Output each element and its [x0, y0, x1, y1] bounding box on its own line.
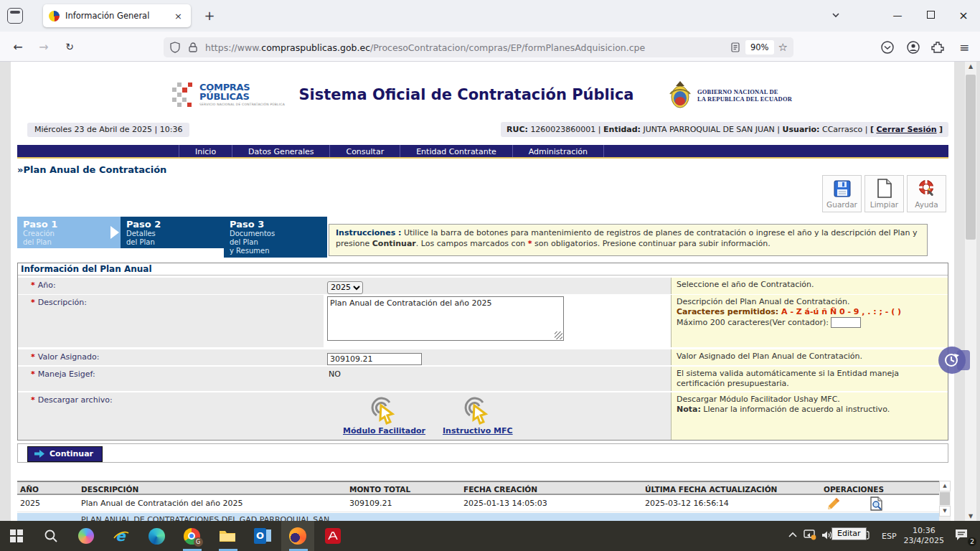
help-button[interactable]: Ayuda	[907, 175, 946, 212]
internet-explorer-icon: e	[113, 527, 130, 545]
descripcion-help-1: Descripción del Plan Anual de Contrataci…	[677, 297, 849, 306]
page-scrollbar[interactable]: ▲ ▼	[965, 62, 976, 521]
notification-icon	[954, 528, 969, 541]
continue-button[interactable]: Continuar	[27, 446, 103, 462]
table-scrollbar[interactable]: ▲ ▼	[939, 481, 951, 521]
nav-item-entidad-contratante[interactable]: Entidad Contratante	[400, 145, 513, 157]
taskbar-chrome-button[interactable]: G	[175, 521, 208, 551]
logout-link[interactable]: Cerrar Sesión	[876, 125, 936, 134]
taskbar-copilot-button[interactable]	[70, 521, 103, 551]
tray-clock[interactable]: 10:36 23/4/2025	[904, 526, 944, 546]
window-close-button[interactable]: ×	[950, 6, 977, 26]
back-button[interactable]: ←	[9, 38, 27, 57]
form-row-descripcion: *Descripción: Plan Anual de Contratación…	[18, 295, 948, 347]
edit-pencil-icon[interactable]	[826, 496, 841, 511]
help-lifebuoy-icon	[917, 179, 936, 198]
list-tabs-chevron-icon[interactable]	[831, 10, 841, 20]
table-row-partial[interactable]: PLAN ANUAL DE CONTRATACIONES DEL GAD PAR…	[17, 513, 939, 521]
gov-text-line2: LA REPUBLICA DEL ECUADOR	[697, 95, 792, 103]
taskbar-explorer-button[interactable]	[211, 521, 244, 551]
widget-clock-icon[interactable]	[938, 347, 966, 374]
wizard-steps: Paso 1 Creación del Plan Paso 2 Detalles…	[17, 217, 327, 258]
forward-button: →	[34, 38, 53, 57]
windows-logo-icon	[10, 529, 23, 542]
session-info-box: RUC: 1260023860001 | Entidad: JUNTA PARR…	[501, 122, 948, 137]
new-tab-button[interactable]: +	[201, 7, 218, 24]
esigef-value: NO	[327, 368, 671, 379]
modulo-facilitador-download[interactable]: Módulo Facilitador	[343, 397, 425, 435]
plan-anual-form: Información del Plan Anual *Año: 2025 Se…	[17, 263, 948, 441]
taskbar-firefox-button[interactable]	[281, 521, 314, 551]
zoom-level-indicator[interactable]: 90%	[745, 40, 774, 55]
instructivo-mfc-download[interactable]: Instructivo MFC	[443, 397, 513, 435]
bookmark-star-icon[interactable]: ☆	[778, 41, 788, 54]
descripcion-label: Descripción:	[38, 298, 87, 307]
scrollbar-thumb[interactable]	[940, 492, 950, 505]
search-icon	[44, 529, 58, 543]
outlook-icon: O	[254, 528, 271, 544]
save-button[interactable]: Guardar	[822, 175, 862, 212]
browser-toolbar: ← → ↻ https://www.compraspublicas.gob.ec…	[0, 32, 980, 62]
start-button[interactable]	[0, 521, 33, 551]
step-1-creacion: Paso 1 Creación del Plan	[17, 217, 121, 248]
textarea-resize-grip[interactable]	[555, 331, 562, 339]
view-document-icon[interactable]	[870, 496, 883, 511]
scroll-up-arrow-icon[interactable]: ▲	[939, 481, 951, 491]
edge-icon	[149, 528, 165, 545]
extensions-puzzle-icon[interactable]	[930, 39, 946, 55]
language-indicator[interactable]: ESP	[882, 532, 897, 541]
government-logo: GOBIERNO NACIONAL DE LA REPUBLICA DEL EC…	[667, 80, 792, 111]
scroll-down-arrow-icon[interactable]: ▼	[939, 506, 951, 517]
nav-item-administracion[interactable]: Administración	[513, 145, 604, 157]
chrome-open-indicator	[183, 549, 202, 551]
reload-button[interactable]: ↻	[60, 38, 79, 57]
taskbar-search-button[interactable]	[34, 521, 67, 551]
scrollbar-thumb[interactable]	[966, 75, 976, 240]
scroll-up-arrow-icon[interactable]: ▲	[965, 63, 976, 70]
save-floppy-icon	[833, 179, 852, 198]
descripcion-textarea[interactable]: Plan Anual de Contratación del año 2025	[327, 296, 564, 341]
nav-item-consultar[interactable]: Consultar	[330, 145, 400, 157]
url-text[interactable]: https://www.compraspublicas.gob.ec/Proce…	[205, 42, 730, 53]
window-maximize-button[interactable]	[917, 6, 944, 26]
year-select[interactable]: 2025	[327, 281, 363, 294]
copilot-icon	[78, 528, 94, 544]
site-title: Sistema Oficial de Contratación Pública	[244, 86, 689, 103]
address-bar[interactable]: https://www.compraspublicas.gob.ec/Proce…	[164, 37, 793, 57]
floating-session-widget[interactable]	[938, 346, 971, 376]
descargar-label: Descargar archivo:	[38, 395, 113, 405]
clear-button[interactable]: Limpiar	[864, 175, 904, 212]
record-action-bar: Guardar Limpiar Ayuda	[822, 175, 946, 212]
browser-tab[interactable]: Información General ×	[43, 4, 191, 27]
tray-expand-chevron-icon[interactable]	[784, 531, 801, 541]
reader-view-icon[interactable]	[730, 42, 741, 53]
valor-asignado-input[interactable]	[327, 353, 422, 365]
menu-hamburger-icon[interactable]: ≡	[956, 39, 972, 55]
taskbar-edge-button[interactable]	[140, 521, 173, 551]
firefox-view-icon[interactable]	[7, 8, 23, 24]
step-arrow-icon	[110, 226, 119, 239]
char-counter-input[interactable]	[831, 317, 861, 328]
tracking-shield-icon[interactable]	[169, 42, 181, 53]
tab-close-icon[interactable]: ×	[171, 11, 185, 22]
notification-center-button[interactable]: 2	[954, 528, 976, 544]
chars-permitted-value: A - Z á-ú ñ Ñ 0 - 9 , . : ; - ( )	[778, 307, 901, 316]
taskbar-outlook-button[interactable]: O	[246, 521, 279, 551]
scroll-down-arrow-icon[interactable]: ▼	[965, 513, 976, 519]
lock-icon[interactable]	[187, 42, 199, 53]
ano-help: Seleccione el año de Contratación.	[671, 278, 948, 294]
nav-item-inicio[interactable]: Inicio	[179, 145, 232, 157]
screen: Información General × + — × ← → ↻ https:…	[0, 0, 980, 551]
pocket-icon[interactable]	[880, 39, 895, 55]
taskbar-acrobat-button[interactable]	[316, 521, 349, 551]
taskbar-ie-button[interactable]: e	[105, 521, 138, 551]
window-minimize-button[interactable]: —	[884, 6, 911, 26]
notification-badge: 2	[967, 537, 977, 547]
tray-cast-icon[interactable]	[801, 529, 819, 542]
browser-tab-bar: Información General × + — ×	[0, 0, 980, 32]
main-navigation: Inicio Datos Generales Consultar Entidad…	[17, 145, 948, 159]
step-2-detalles: Paso 2 Detalles del Plan	[121, 217, 224, 248]
blank-page-icon	[876, 179, 893, 198]
nav-item-datos-generales[interactable]: Datos Generales	[232, 145, 330, 157]
account-icon[interactable]	[905, 39, 921, 55]
